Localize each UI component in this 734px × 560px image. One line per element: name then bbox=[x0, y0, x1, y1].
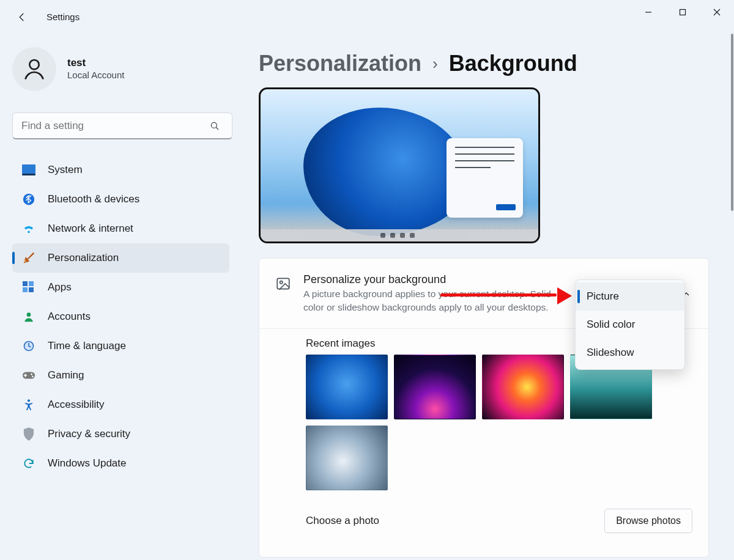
dropdown-option-picture[interactable]: Picture bbox=[576, 282, 684, 311]
personalization-icon bbox=[22, 251, 35, 265]
nav-item-personalization[interactable]: Personalization bbox=[12, 243, 229, 273]
choose-photo-label: Choose a photo bbox=[306, 515, 379, 527]
svg-point-14 bbox=[32, 375, 34, 377]
recent-image-thumb[interactable] bbox=[482, 355, 564, 419]
titlebar: Settings bbox=[0, 0, 734, 34]
picture-icon bbox=[275, 276, 291, 292]
nav-item-windows-update[interactable]: Windows Update bbox=[12, 449, 229, 478]
maximize-button[interactable] bbox=[665, 0, 700, 24]
maximize-icon bbox=[679, 9, 686, 16]
recent-images-thumbs bbox=[306, 355, 692, 490]
svg-point-10 bbox=[27, 312, 31, 317]
breadcrumb-parent[interactable]: Personalization bbox=[259, 51, 421, 76]
nav-item-network[interactable]: Network & internet bbox=[12, 214, 229, 243]
breadcrumb: Personalization › Background bbox=[259, 51, 713, 76]
nav-label: Personalization bbox=[48, 252, 119, 264]
minimize-button[interactable] bbox=[631, 0, 665, 24]
account-subtitle: Local Account bbox=[67, 69, 124, 81]
scrollbar-thumb[interactable] bbox=[731, 34, 733, 211]
update-icon bbox=[22, 457, 35, 470]
system-icon bbox=[22, 163, 35, 177]
preview-taskbar bbox=[261, 229, 538, 241]
svg-rect-4 bbox=[22, 174, 35, 175]
svg-rect-7 bbox=[29, 281, 34, 286]
privacy-icon bbox=[22, 427, 35, 441]
background-type-dropdown[interactable]: Picture Solid color Slideshow bbox=[575, 279, 685, 370]
sidebar: test Local Account System Bluetooth & de… bbox=[0, 34, 242, 560]
app-title: Settings bbox=[46, 12, 80, 22]
search-icon bbox=[209, 120, 220, 134]
svg-point-13 bbox=[31, 374, 32, 375]
recent-image-thumb[interactable] bbox=[306, 355, 388, 419]
recent-image-thumb[interactable] bbox=[306, 426, 388, 490]
preview-window bbox=[447, 138, 523, 218]
nav-item-gaming[interactable]: Gaming bbox=[12, 361, 229, 390]
svg-point-15 bbox=[28, 399, 30, 402]
close-button[interactable] bbox=[700, 0, 734, 24]
bluetooth-icon bbox=[22, 193, 35, 206]
svg-point-1 bbox=[29, 60, 39, 69]
svg-rect-9 bbox=[29, 287, 34, 292]
back-button[interactable] bbox=[13, 9, 31, 26]
nav-item-privacy[interactable]: Privacy & security bbox=[12, 419, 229, 449]
nav-label: Network & internet bbox=[48, 223, 133, 235]
dropdown-option-solid-color[interactable]: Solid color bbox=[576, 311, 684, 339]
nav-label: Privacy & security bbox=[48, 428, 130, 440]
nav-label: System bbox=[48, 164, 83, 176]
svg-rect-16 bbox=[277, 278, 289, 289]
breadcrumb-current: Background bbox=[449, 51, 577, 76]
scrollbar[interactable] bbox=[730, 34, 734, 339]
nav-item-bluetooth[interactable]: Bluetooth & devices bbox=[12, 185, 229, 214]
svg-rect-6 bbox=[23, 281, 28, 286]
recent-image-thumb[interactable] bbox=[394, 355, 476, 419]
network-icon bbox=[22, 222, 35, 235]
annotation-arrow-icon bbox=[440, 289, 572, 304]
svg-rect-0 bbox=[680, 10, 686, 15]
user-icon bbox=[21, 56, 48, 83]
svg-rect-8 bbox=[23, 287, 28, 292]
account-name: test bbox=[67, 57, 124, 69]
gaming-icon bbox=[22, 369, 35, 382]
nav-item-apps[interactable]: Apps bbox=[12, 273, 229, 302]
nav-label: Gaming bbox=[48, 369, 84, 381]
close-icon bbox=[713, 9, 721, 16]
desktop-preview bbox=[259, 87, 540, 243]
dropdown-option-slideshow[interactable]: Slideshow bbox=[576, 339, 684, 367]
browse-photos-button[interactable]: Browse photos bbox=[604, 509, 692, 533]
apps-icon bbox=[22, 281, 35, 294]
nav-item-accounts[interactable]: Accounts bbox=[12, 302, 229, 331]
nav-item-system[interactable]: System bbox=[12, 155, 229, 185]
nav-item-time-language[interactable]: Time & language bbox=[12, 331, 229, 361]
nav-label: Apps bbox=[48, 281, 72, 293]
nav-label: Bluetooth & devices bbox=[48, 193, 139, 205]
wallpaper-bloom-icon bbox=[303, 108, 469, 236]
time-lang-icon bbox=[22, 339, 35, 353]
minimize-icon bbox=[645, 9, 652, 16]
accounts-icon bbox=[22, 310, 35, 323]
chevron-right-icon: › bbox=[432, 54, 438, 73]
nav-label: Accounts bbox=[48, 311, 91, 323]
nav-label: Windows Update bbox=[48, 457, 127, 470]
nav-label: Time & language bbox=[48, 340, 126, 352]
svg-rect-3 bbox=[22, 164, 35, 174]
nav-item-accessibility[interactable]: Accessibility bbox=[12, 390, 229, 419]
back-arrow-icon bbox=[17, 12, 28, 23]
svg-point-17 bbox=[280, 281, 283, 284]
window-controls bbox=[631, 0, 734, 24]
nav-list: System Bluetooth & devices Network & int… bbox=[12, 155, 229, 478]
search-input[interactable] bbox=[12, 112, 232, 139]
account-block[interactable]: test Local Account bbox=[12, 47, 229, 91]
avatar bbox=[12, 47, 56, 91]
svg-point-2 bbox=[211, 122, 217, 128]
nav-label: Accessibility bbox=[48, 399, 105, 411]
choose-photo-row: Choose a photo Browse photos bbox=[259, 490, 708, 533]
accessibility-icon bbox=[22, 398, 35, 411]
